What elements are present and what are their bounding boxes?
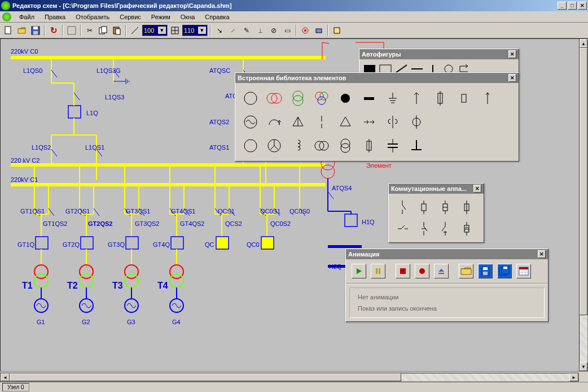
lib-coil-in-icon[interactable] bbox=[381, 110, 405, 134]
save-anim-button[interactable] bbox=[478, 264, 493, 278]
lib-dot-icon[interactable] bbox=[334, 86, 357, 110]
eject-button[interactable] bbox=[434, 264, 449, 278]
lib-source-icon[interactable] bbox=[239, 110, 262, 134]
menu-mode[interactable]: Режим bbox=[147, 12, 175, 21]
tool-3[interactable]: ✎ bbox=[240, 24, 253, 37]
menu-service[interactable]: Сервис bbox=[115, 12, 146, 21]
library-close[interactable]: ✕ bbox=[508, 74, 516, 82]
lib-perp-icon[interactable] bbox=[405, 134, 428, 158]
copy-button[interactable] bbox=[97, 24, 109, 37]
comm-switch3-icon[interactable] bbox=[414, 219, 434, 239]
lib-cap2-icon[interactable] bbox=[381, 134, 405, 158]
zoom2-combo[interactable]: 110▾ bbox=[182, 25, 208, 36]
lib-phasor-icon[interactable] bbox=[262, 110, 286, 134]
tool-1[interactable]: ↘ bbox=[213, 24, 226, 37]
record-button[interactable] bbox=[415, 264, 429, 278]
calendar-button[interactable] bbox=[516, 264, 531, 278]
tool-8[interactable] bbox=[313, 24, 325, 37]
scroll-down[interactable]: ▼ bbox=[580, 362, 587, 371]
lib-up-arrow-icon[interactable] bbox=[405, 86, 428, 110]
paste-button[interactable] bbox=[111, 24, 123, 37]
lib-2circ-icon[interactable] bbox=[310, 134, 334, 158]
lib-trans-icon[interactable] bbox=[334, 134, 357, 158]
label-gt2q: GT2Q bbox=[63, 241, 80, 248]
menu-edit[interactable]: Правка bbox=[40, 12, 70, 21]
menu-windows[interactable]: Окна bbox=[176, 12, 200, 21]
play-button[interactable] bbox=[352, 264, 366, 278]
comm-breaker4-icon[interactable] bbox=[457, 219, 477, 239]
comm-switch4-icon[interactable] bbox=[435, 219, 455, 239]
bus-220kv-c1 bbox=[11, 183, 326, 186]
tool-7[interactable] bbox=[299, 24, 311, 37]
tool-5[interactable]: ⊘ bbox=[267, 24, 280, 37]
animation-close[interactable]: ✕ bbox=[538, 250, 546, 258]
tool-4[interactable]: ⟂ bbox=[254, 24, 266, 37]
h-thumb[interactable] bbox=[10, 373, 401, 381]
v-thumb[interactable] bbox=[580, 48, 587, 315]
stop-button[interactable] bbox=[396, 264, 410, 278]
lib-motor-icon[interactable] bbox=[262, 134, 286, 158]
snap-button[interactable] bbox=[65, 24, 78, 37]
zoom1-combo[interactable]: 100▾ bbox=[142, 25, 168, 36]
lib-cross-circ-icon[interactable] bbox=[405, 110, 428, 134]
comm-breaker2-icon[interactable] bbox=[435, 197, 455, 217]
minimize-button[interactable]: _ bbox=[558, 2, 567, 10]
svg-rect-212 bbox=[503, 267, 507, 269]
lib-circle-icon[interactable] bbox=[239, 86, 262, 110]
lib-vdash-icon[interactable] bbox=[310, 110, 334, 134]
line-tool[interactable] bbox=[129, 24, 141, 37]
comm-breaker3-icon[interactable] bbox=[457, 197, 477, 217]
commutation-panel[interactable]: Коммутационные аппа...✕ bbox=[388, 183, 484, 243]
horizontal-scrollbar[interactable]: ◄ ► bbox=[0, 373, 579, 382]
lib-fuse-icon[interactable] bbox=[428, 86, 452, 110]
svg-rect-203 bbox=[379, 268, 380, 274]
lib-2circ-green-icon[interactable] bbox=[286, 86, 310, 110]
animation-panel[interactable]: Анимация✕ Нет анимации Показ или запись … bbox=[345, 249, 548, 322]
menu-view[interactable]: Отобразить bbox=[71, 12, 114, 21]
lib-circle2-icon[interactable] bbox=[239, 134, 262, 158]
label-gt4qs1: GT4QS1 bbox=[171, 208, 195, 215]
new-button[interactable] bbox=[2, 24, 15, 37]
label-t2: T2 bbox=[67, 281, 78, 291]
scroll-right[interactable]: ► bbox=[569, 373, 578, 381]
lib-cap-icon[interactable] bbox=[452, 86, 476, 110]
vertical-scrollbar[interactable]: ▲ ▼ bbox=[579, 38, 588, 372]
grid-button[interactable] bbox=[169, 24, 181, 37]
lib-2circ-red-icon[interactable] bbox=[262, 86, 286, 110]
pause-button[interactable] bbox=[371, 264, 385, 278]
comm-switch1-icon[interactable] bbox=[392, 197, 413, 217]
lib-up-thin-icon[interactable] bbox=[476, 86, 499, 110]
svg-line-189 bbox=[401, 225, 405, 229]
lib-ground-icon[interactable] bbox=[381, 86, 405, 110]
open-folder-button[interactable] bbox=[459, 264, 473, 278]
tool-9[interactable] bbox=[331, 24, 343, 37]
lib-delta2-icon[interactable] bbox=[334, 110, 357, 134]
commutation-close[interactable]: ✕ bbox=[473, 185, 481, 193]
lib-coil-icon[interactable] bbox=[286, 134, 310, 158]
maximize-button[interactable]: □ bbox=[568, 2, 577, 10]
save-all-button[interactable] bbox=[497, 264, 512, 278]
close-button[interactable]: ✕ bbox=[578, 2, 587, 10]
comm-switch2-icon[interactable] bbox=[392, 219, 413, 239]
open-button[interactable] bbox=[16, 24, 28, 37]
cut-button[interactable]: ✂ bbox=[84, 24, 96, 37]
scroll-up[interactable]: ▲ bbox=[580, 39, 587, 48]
save-button[interactable] bbox=[29, 24, 42, 37]
tool-2[interactable]: ⟋ bbox=[227, 24, 239, 37]
lib-bar-icon[interactable] bbox=[357, 86, 381, 110]
menu-file[interactable]: Файл bbox=[15, 12, 39, 21]
label-bus-c2: 220 kV C2 bbox=[11, 157, 40, 164]
menu-help[interactable]: Справка bbox=[200, 12, 234, 21]
library-panel[interactable]: Встроенная библиотека элементов✕ bbox=[235, 72, 519, 162]
comm-breaker1-icon[interactable] bbox=[414, 197, 434, 217]
lib-delta-icon[interactable] bbox=[286, 110, 310, 134]
tool-6[interactable]: ▭ bbox=[281, 24, 293, 37]
label-t4: T4 bbox=[157, 281, 168, 291]
lib-3circ-icon[interactable] bbox=[310, 86, 334, 110]
refresh-button[interactable]: ↻ bbox=[47, 24, 60, 37]
scroll-left[interactable]: ◄ bbox=[1, 373, 10, 381]
autoshapes-close[interactable]: ✕ bbox=[508, 50, 516, 58]
lib-box-icon[interactable] bbox=[357, 134, 381, 158]
lib-arrows-icon[interactable] bbox=[357, 110, 381, 134]
svg-rect-147 bbox=[462, 94, 466, 102]
